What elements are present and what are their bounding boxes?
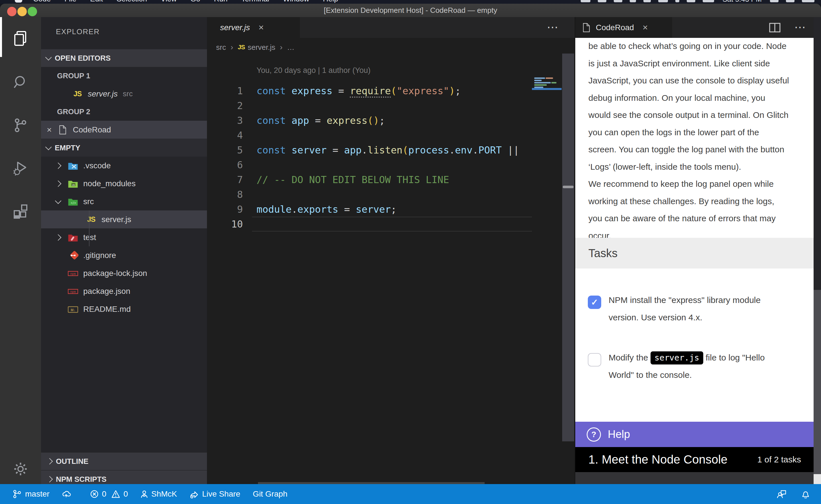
menu-item-go[interactable]: Go [183,0,207,3]
help-section-header[interactable]: ? Help [575,422,814,447]
breadcrumb-separator: › [280,43,283,52]
editor-name: CodeRoad [73,125,111,134]
menu-status-icon[interactable] [770,0,779,2]
status-feedback-icon[interactable] [777,489,790,499]
task-checkbox-checked[interactable]: ✓ [588,296,601,309]
minimap[interactable] [532,54,561,455]
tree-item-label: .vscode [83,161,111,170]
menu-status-icon[interactable] [630,0,636,2]
close-editor-icon[interactable]: × [47,126,52,134]
menu-status-icon[interactable] [687,0,695,2]
chevron-right-icon [55,234,62,241]
chevron-down-icon [55,197,62,204]
tree-item-server.js[interactable]: JSserver.js [41,210,207,228]
js-icon: JS [85,215,97,224]
menu-status-icon[interactable] [581,0,590,2]
menu-status-icon[interactable] [786,0,795,2]
vscode-window: [Extension Development Host] - CodeRoad … [0,4,821,504]
menu-status-icon[interactable] [598,0,606,2]
menu-item-window[interactable]: Window [276,0,316,3]
activity-run-debug-icon[interactable] [0,147,41,190]
menu-item-terminal[interactable]: Terminal [234,0,276,3]
editor-more-actions-icon[interactable]: ⋯ [547,21,559,34]
hint-underline [350,83,391,98]
status-shmck[interactable]: ShMcK [140,489,177,499]
tree-item-README.md[interactable]: M↓README.md [41,300,207,318]
menu-status-icon[interactable] [644,0,651,2]
code-text: // -- DO NOT EDIT BELOW THIS LINE [257,172,449,187]
menu-item-selection[interactable]: Selection [110,0,154,3]
close-tab-icon[interactable]: × [643,22,648,33]
lesson-text-line: you can be aware of the nature of errors… [588,214,776,223]
menu-status-icon[interactable] [675,0,679,2]
breadcrumb-item-server.js[interactable]: server.js [248,43,275,52]
sidebar-title: EXPLORER [56,27,100,36]
split-editor-icon[interactable] [769,23,781,32]
open-editor-item-CodeRoad[interactable]: ×CodeRoad [41,121,207,139]
menu-items: CodeFileEditSelectionViewGoRunTerminalWi… [0,0,345,4]
task-text-line: Modify the server.js file to log "Hello [608,353,765,362]
lesson-text-line: working at these challenges. By reading … [588,196,774,206]
scrollbar-thumb[interactable] [563,186,573,188]
code-line-9: 9module.exports = server; [207,202,562,217]
menu-status-icon[interactable] [658,0,668,2]
activity-source-control-icon[interactable] [0,104,41,147]
lesson-text-line: screen. You can toggle the log panel wit… [588,145,784,154]
status-0[interactable]: 0 [111,489,128,499]
section-outline[interactable]: OUTLINE [41,452,207,470]
section-empty-folder[interactable]: EMPTY [41,139,207,157]
chevron-right-icon [55,180,62,187]
task-text-line: version. Use version 4.x. [608,313,702,322]
open-editor-item-server.js[interactable]: JSserver.jssrc [41,85,207,103]
tree-item-node_modules[interactable]: JSnode_modules [41,175,207,192]
status-bar: master00ShMcKLive ShareGit Graph [0,484,821,504]
section-npm-scripts[interactable]: NPM SCRIPTS [41,470,207,484]
status-0[interactable]: 0 [90,489,107,499]
close-tab-icon[interactable]: × [259,22,264,33]
task-text-line: NPM install the "express" library module [608,295,761,305]
status-live-share[interactable]: Live Share [189,489,240,499]
title-bar[interactable]: [Extension Development Host] - CodeRoad … [0,4,821,17]
status-git-graph[interactable]: Git Graph [253,489,287,499]
gitlens-blame-annotation: You, 20 days ago | 1 author (You) [257,66,371,75]
menu-item-help[interactable]: Help [316,0,345,3]
activity-extensions-icon[interactable] [0,190,41,233]
status-master[interactable]: master [13,489,50,499]
level-footer[interactable]: 1. Meet the Node Console 1 of 2 tasks [575,447,814,472]
vertical-scrollbar[interactable] [562,54,574,441]
webview-scrollbar-thumb[interactable] [814,290,821,474]
breadcrumb-item-src[interactable]: src [216,43,226,52]
tab-server-js[interactable]: server.js × [207,17,300,38]
webview-scrollbar[interactable] [814,17,821,488]
tree-item-.vscode[interactable]: .vscode [41,157,207,175]
menu-item-file[interactable]: File [58,0,83,3]
menu-item-code[interactable]: Code [26,0,58,3]
menu-item-edit[interactable]: Edit [83,0,110,3]
section-open-editors[interactable]: OPEN EDITORS [41,49,207,67]
tab-coderoad[interactable]: CodeRoad × [575,17,672,38]
tree-item-package.json[interactable]: npmpackage.json [41,282,207,300]
tree-item-test[interactable]: test [41,228,207,246]
activity-files-icon[interactable] [0,17,41,60]
code-text: const app = express(); [257,113,385,128]
code-text: module.exports = server; [257,202,397,217]
menu-status-icon[interactable] [703,0,714,2]
tree-indent-guide [89,210,89,246]
task-checkbox-unchecked[interactable] [588,353,601,366]
tree-item-src[interactable]: </>src [41,192,207,210]
tree-item-.gitignore[interactable]: .gitignore [41,246,207,264]
menu-item-view[interactable]: View [154,0,183,3]
tree-item-package-lock.json[interactable]: npmpackage-lock.json [41,264,207,282]
menu-item-run[interactable]: Run [207,0,234,3]
menu-status-icon[interactable] [614,0,622,2]
svg-text:npm: npm [70,290,76,293]
line-number: 7 [207,172,243,187]
status-cloud[interactable] [62,490,75,498]
menu-status-icon[interactable] [802,0,814,2]
status-bell-icon[interactable] [801,490,814,498]
webview-more-actions-icon[interactable]: ⋯ [794,21,806,34]
activity-search-icon[interactable] [0,60,41,104]
breadcrumb-item-…[interactable]: … [287,43,295,52]
apple-logo-icon[interactable] [15,0,22,3]
current-line-highlight [252,217,550,231]
